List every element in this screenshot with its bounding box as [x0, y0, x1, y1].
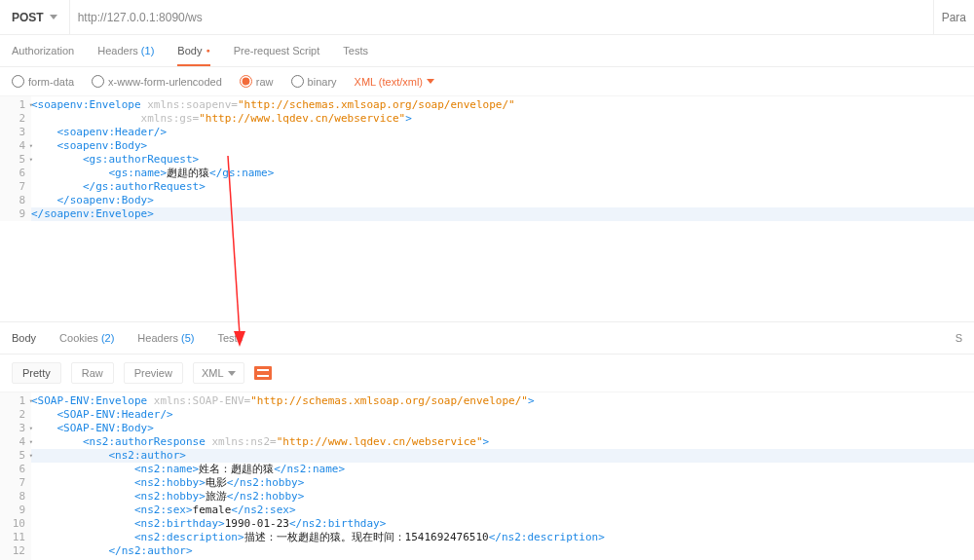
tab-body[interactable]: Body	[177, 45, 209, 66]
view-pretty-button[interactable]: Pretty	[12, 362, 61, 384]
resp-tab-tests[interactable]: Tests	[217, 332, 243, 344]
chevron-down-icon	[50, 15, 57, 19]
resp-tab-cookies[interactable]: Cookies (2)	[59, 332, 114, 344]
tab-tests[interactable]: Tests	[343, 45, 368, 66]
params-button[interactable]: Para	[933, 0, 974, 34]
view-raw-button[interactable]: Raw	[71, 362, 114, 384]
resp-tab-body[interactable]: Body	[12, 332, 36, 344]
response-format-select[interactable]: XML	[193, 362, 244, 384]
body-format-select[interactable]: XML (text/xml)	[355, 76, 435, 88]
body-radio-urlencoded[interactable]: x-www-form-urlencoded	[92, 75, 222, 88]
tab-prereq[interactable]: Pre-request Script	[234, 45, 320, 66]
body-type-row: form-data x-www-form-urlencoded raw bina…	[0, 67, 974, 95]
body-radio-raw[interactable]: raw	[240, 75, 274, 88]
request-tabs: AuthorizationHeaders (1)BodyPre-request …	[0, 35, 974, 67]
response-gutter: 123456789101112131415	[0, 392, 31, 560]
response-lines: <SOAP-ENV:Envelope xmlns:SOAP-ENV="http:…	[31, 392, 974, 560]
request-editor[interactable]: 123456789 <soapenv:Envelope xmlns:soapen…	[0, 95, 974, 321]
method-select[interactable]: POST	[0, 0, 70, 34]
response-view-row: PrettyRawPreviewXML	[0, 355, 974, 392]
tab-auth[interactable]: Authorization	[12, 45, 74, 66]
request-lines: <soapenv:Envelope xmlns:soapenv="http://…	[31, 96, 974, 221]
response-status: S	[955, 332, 962, 344]
request-gutter: 123456789	[0, 96, 31, 221]
tab-headers[interactable]: Headers (1)	[97, 45, 154, 66]
wrap-icon[interactable]	[254, 366, 272, 380]
url-input[interactable]: http://127.0.0.1:8090/ws	[70, 0, 933, 34]
view-preview-button[interactable]: Preview	[124, 362, 183, 384]
response-tabs: BodyCookies (2)Headers (5)TestsS	[0, 321, 974, 355]
body-radio-binary[interactable]: binary	[291, 75, 337, 88]
request-header-bar: POST http://127.0.0.1:8090/ws Para	[0, 0, 974, 35]
response-editor[interactable]: 123456789101112131415 <SOAP-ENV:Envelope…	[0, 392, 974, 560]
method-label: POST	[12, 11, 44, 24]
body-radio-form-data[interactable]: form-data	[12, 75, 74, 88]
resp-tab-headers[interactable]: Headers (5)	[137, 332, 194, 344]
